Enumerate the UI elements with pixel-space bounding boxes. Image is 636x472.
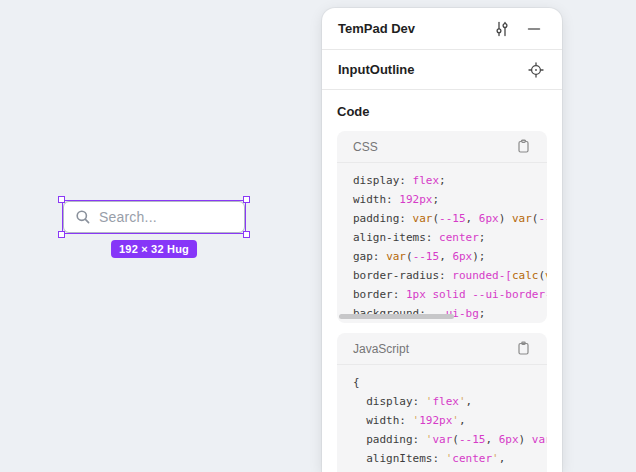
search-icon (75, 209, 91, 225)
javascript-card-header: JavaScript (337, 333, 547, 365)
figma-workspace: { "canvas": { "selected_element": { "pla… (0, 0, 636, 472)
copy-icon[interactable] (511, 135, 535, 159)
horizontal-scrollbar-thumb[interactable] (339, 314, 454, 319)
component-name: InputOutline (338, 62, 524, 77)
javascript-card-label: JavaScript (353, 342, 511, 356)
copy-icon[interactable] (511, 337, 535, 361)
selection-handle-bottom-left[interactable] (58, 231, 65, 238)
tempad-dev-panel: TemPad Dev InputOutline (322, 8, 562, 472)
javascript-code-body[interactable]: { display: 'flex', width: '192px', paddi… (337, 365, 547, 472)
selection-handle-top-right[interactable] (243, 196, 250, 203)
css-card-label: CSS (353, 140, 511, 154)
search-placeholder-text: Search... (99, 209, 157, 225)
selection-handle-bottom-right[interactable] (243, 231, 250, 238)
minimize-icon[interactable] (522, 17, 546, 41)
locate-icon[interactable] (524, 58, 548, 82)
panel-title: TemPad Dev (338, 21, 490, 36)
code-section: Code CSS display: flex;width: 192px;padd… (322, 104, 562, 472)
css-code-body[interactable]: display: flex;width: 192px;padding: var(… (337, 163, 547, 323)
selected-component[interactable]: Search... 192 × 32 Hug (63, 201, 245, 233)
code-section-label: Code (337, 104, 547, 119)
size-badge: 192 × 32 Hug (111, 240, 197, 258)
component-row: InputOutline (322, 50, 562, 90)
sliders-icon[interactable] (490, 17, 514, 41)
design-canvas[interactable]: Search... 192 × 32 Hug TemPad Dev (0, 0, 636, 472)
selection-handle-top-left[interactable] (58, 196, 65, 203)
css-card-header: CSS (337, 131, 547, 163)
panel-header: TemPad Dev (322, 8, 562, 50)
css-code-card: CSS display: flex;width: 192px;padding: … (337, 131, 547, 323)
javascript-code-card: JavaScript { display: 'flex', width: '19… (337, 333, 547, 472)
search-input-component[interactable]: Search... (63, 201, 245, 233)
